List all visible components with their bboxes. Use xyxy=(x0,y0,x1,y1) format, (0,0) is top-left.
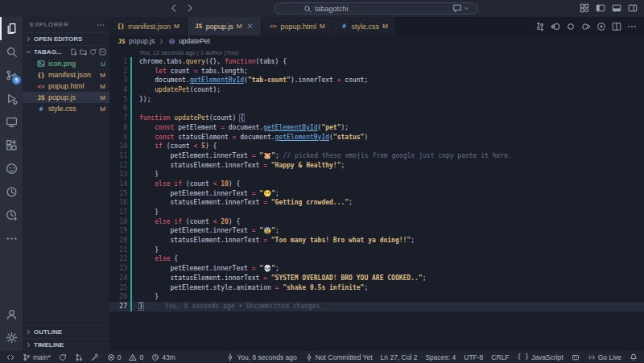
activity-source-control[interactable]: 5 xyxy=(0,64,23,87)
status-item-remote[interactable] xyxy=(6,353,14,361)
git-modified-gutter xyxy=(130,57,132,67)
tab-manifest.json[interactable]: {}manifest.jsonM xyxy=(109,17,187,35)
code-editor[interactable]: You, 12 seconds ago | 1 author (You) 1ch… xyxy=(109,47,644,311)
status-item-rocket[interactable] xyxy=(91,353,99,361)
activity-run-debug[interactable] xyxy=(0,87,23,110)
code-line[interactable]: 11 petElement.innerText = "🐹"; // picked… xyxy=(109,151,644,161)
tab-style.css[interactable]: #style.cssM xyxy=(333,17,395,35)
code-line[interactable]: 8 const petElement = document.getElement… xyxy=(109,123,644,133)
refresh-icon[interactable] xyxy=(89,48,97,56)
status-item-you-6-seconds-ago[interactable]: You, 6 seconds ago xyxy=(226,353,296,361)
code-line[interactable]: 4 updatePet(count); xyxy=(109,85,644,95)
command-center-search[interactable]: tabagotchi xyxy=(274,2,478,14)
code-line[interactable]: 3 document.getElementById("tab-count").i… xyxy=(109,76,644,85)
status-item-sync[interactable] xyxy=(59,353,67,361)
new-folder-icon[interactable] xyxy=(80,48,87,56)
code-line[interactable]: 19 petElement.innerText = "😰"; xyxy=(109,226,644,236)
toggle-sidebar-icon[interactable] xyxy=(596,3,605,13)
status-item-not-committed-yet[interactable]: Not Committed Yet xyxy=(305,353,373,361)
customize-layout-icon[interactable] xyxy=(580,3,589,13)
collapse-all-icon[interactable] xyxy=(99,48,106,56)
status-item-bell[interactable] xyxy=(630,353,638,361)
code-line[interactable]: 18 else if (count < 20) { xyxy=(109,217,644,227)
folder-section[interactable]: TABAG... xyxy=(23,45,109,58)
file-item-popup.html[interactable]: <>popup.htmlM xyxy=(23,80,109,92)
code-line[interactable]: 6 xyxy=(109,104,644,113)
activity-extensions[interactable] xyxy=(0,134,23,157)
status-item-ln-27-col-2[interactable]: Ln 27, Col 2 xyxy=(381,353,418,361)
annotation-icon[interactable] xyxy=(566,22,576,31)
activity-live-preview[interactable] xyxy=(0,204,23,227)
code-line[interactable]: 20 statusElement.innerText = "Too many t… xyxy=(109,236,644,245)
open-editors-section[interactable]: OPEN EDITORS xyxy=(23,32,109,45)
account-button[interactable] xyxy=(0,303,23,326)
more-actions-icon[interactable] xyxy=(627,22,637,31)
code-line[interactable]: 5}); xyxy=(109,95,644,105)
status-item-crlf[interactable]: CRLF xyxy=(491,353,509,361)
code-line[interactable]: 7function updatePet(count) { xyxy=(109,113,644,123)
timeline-section[interactable]: TIMELINE xyxy=(23,338,109,351)
code-line[interactable]: 21 } xyxy=(109,245,644,255)
file-item-icon.png[interactable]: icon.pngU xyxy=(23,58,109,69)
code-line[interactable]: 17 } xyxy=(109,208,644,217)
code-line[interactable]: 14 else if (count < 10) { xyxy=(109,179,644,189)
status-item-javascript[interactable]: { }JavaScript xyxy=(518,353,564,361)
close-icon[interactable] xyxy=(246,23,254,30)
code-line[interactable]: 16 statusElement.innerText = "Getting cr… xyxy=(109,198,644,208)
codelens-blame[interactable]: You, 12 seconds ago | 1 author (You) xyxy=(109,48,644,57)
toggle-panel-icon[interactable] xyxy=(612,3,621,13)
status-item-43m[interactable]: 43m xyxy=(151,353,175,361)
modified-badge: M xyxy=(320,23,325,30)
code-line[interactable]: 27}You, 6 seconds ago • Uncommitted chan… xyxy=(109,302,644,311)
activity-more[interactable] xyxy=(0,227,23,250)
code-line[interactable]: 10 if (count < 5) { xyxy=(109,142,644,151)
code-line[interactable]: 23 petElement.innerText = "💀"; xyxy=(109,264,644,274)
run-code-icon[interactable] xyxy=(597,22,606,31)
nav-forward-icon[interactable] xyxy=(185,3,195,13)
code-line[interactable]: 13 } xyxy=(109,170,644,179)
code-line[interactable]: 2 let count = tabs.length; xyxy=(109,67,644,76)
explorer-more-icon[interactable] xyxy=(97,21,105,29)
status-item-spaces-4[interactable]: Spaces: 4 xyxy=(425,353,456,361)
file-item-manifest.json[interactable]: {}manifest.jsonM xyxy=(23,69,109,80)
go-back-icon[interactable] xyxy=(551,22,560,31)
new-file-icon[interactable] xyxy=(70,48,77,56)
copilot-chat-button[interactable] xyxy=(452,3,470,13)
status-item-0[interactable]: 0 xyxy=(129,353,143,361)
tab-popup.js[interactable]: JSpopup.jsM xyxy=(188,17,262,35)
activity-github[interactable] xyxy=(0,157,23,180)
code-line[interactable]: 26 } xyxy=(109,292,644,302)
code-line[interactable]: 1chrome.tabs.query({}, function(tabs) { xyxy=(109,57,644,67)
code-line[interactable]: 24 statusElement.innerText = "SYSTEM OVE… xyxy=(109,274,644,283)
outline-section[interactable]: OUTLINE xyxy=(23,325,109,338)
activity-timer[interactable] xyxy=(0,180,23,204)
code-line[interactable]: 22 else { xyxy=(109,254,644,264)
file-name: manifest.json xyxy=(48,71,91,79)
open-changes-icon[interactable] xyxy=(535,22,545,31)
settings-button[interactable] xyxy=(0,326,23,349)
file-item-popup.js[interactable]: JSpopup.jsM xyxy=(23,92,109,103)
annotation-next-icon[interactable] xyxy=(581,22,591,31)
code-line[interactable]: 12 statusElement.innerText = "Happy & He… xyxy=(109,161,644,171)
status-item-go-live[interactable]: Go Live xyxy=(588,353,621,361)
status-item-main-[interactable]: main* xyxy=(23,353,51,361)
file-item-style.css[interactable]: #style.cssM xyxy=(23,103,109,114)
activity-remote-explorer[interactable] xyxy=(0,110,23,134)
activity-search[interactable] xyxy=(0,40,23,64)
breadcrumb-file[interactable]: popup.js xyxy=(129,37,155,45)
status-item-utf-8[interactable]: UTF-8 xyxy=(464,353,483,361)
split-editor-icon[interactable] xyxy=(612,22,621,31)
nav-back-icon[interactable] xyxy=(169,3,179,13)
line-number: 3 xyxy=(109,76,127,85)
commit-icon xyxy=(226,353,234,361)
status-item-pr[interactable] xyxy=(75,353,83,361)
tab-popup.html[interactable]: <>popup.htmlM xyxy=(262,17,332,35)
status-item-0[interactable]: 0 xyxy=(107,353,122,361)
toggle-secondary-sidebar-icon[interactable] xyxy=(628,3,638,13)
code-line[interactable]: 9 const statusElement = document.getElem… xyxy=(109,133,644,142)
activity-explorer[interactable] xyxy=(0,17,23,40)
breadcrumb-symbol[interactable]: updatePet xyxy=(179,37,210,45)
status-item-pet[interactable] xyxy=(572,353,580,361)
code-line[interactable]: 25 petElement.style.animation = "shake 0… xyxy=(109,283,644,293)
code-line[interactable]: 15 petElement.innerText = "😬"; xyxy=(109,189,644,199)
